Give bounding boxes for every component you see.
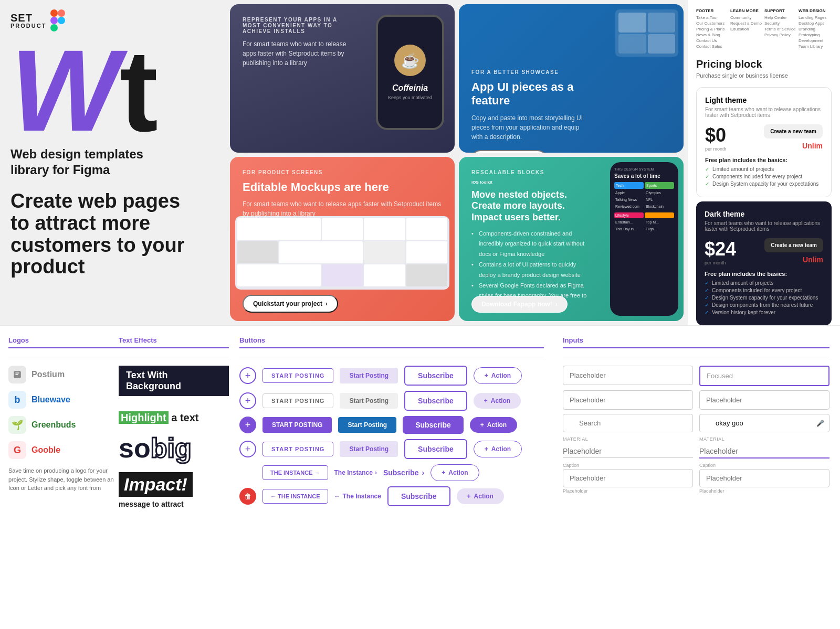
btn-instance-outline-1[interactable]: THE INSTANCE → [262, 465, 328, 480]
input-focused-1[interactable] [699, 366, 830, 386]
btn-start-posting-light-2[interactable]: Start Posting [340, 441, 398, 457]
logos-column: Logos Postium b Bluewave 🌱 Greenbuds G G… [8, 336, 119, 619]
text-effect-highlight: Highlight a text [119, 412, 229, 424]
card2-btn[interactable]: Use this method › [471, 150, 547, 153]
btn-action-outline-1[interactable]: + Action [474, 367, 522, 384]
input-search-1[interactable] [563, 414, 693, 432]
nav-col-support: SUPPORT [764, 8, 797, 13]
caption-hint-1: Placeholder [563, 488, 693, 494]
plus-circle-filled-1[interactable]: + [239, 417, 256, 433]
input-caption-1[interactable] [563, 469, 693, 487]
nav-col-learn: LEARN MORE [730, 8, 763, 13]
btn-subscribe-outline-1[interactable]: Subscribe [404, 366, 467, 386]
nav-col-webdesign: WEB DESIGN [799, 8, 832, 13]
nav-link-help[interactable]: Help Center [764, 15, 797, 20]
btn-start-posting-light-1[interactable]: Start Posting [340, 368, 398, 383]
nav-link-community[interactable]: Community [730, 15, 763, 20]
input-material-2[interactable] [699, 443, 830, 459]
input-search-2[interactable] [699, 414, 830, 432]
buttons-title: Buttons [239, 336, 544, 348]
btn-subscribe-outline-2[interactable]: Subscribe [404, 391, 467, 411]
input-wrapper-placeholder1 [563, 366, 693, 386]
btn-action-outline-2[interactable]: + Action [474, 441, 522, 457]
nav-link-education[interactable]: Education [730, 27, 763, 31]
trash-circle-1[interactable]: 🗑 [239, 488, 256, 505]
btn-action-filled-1[interactable]: + Action [470, 417, 517, 433]
unlimited-label: Unlim [802, 142, 823, 150]
bluewave-name: Bluewave [32, 395, 70, 404]
btn-instance-text-1[interactable]: The Instance › [334, 469, 377, 476]
create-team-btn-dark[interactable]: Create a new team [764, 238, 823, 252]
nav-link-landing[interactable]: Landing Pages [799, 15, 832, 20]
pricing-feature-2: ✓ Components included for every project [705, 174, 823, 179]
nav-link-demo[interactable]: Request a Demo [730, 21, 763, 26]
input-placeholder-3[interactable] [699, 390, 830, 410]
input-wrapper-search1: 🔍 [563, 414, 693, 432]
pricing-dark-desc: For smart teams who want to release appl… [705, 220, 823, 232]
create-team-btn-light[interactable]: Create a new team [764, 124, 823, 138]
nav-link-dev[interactable]: Development [799, 38, 832, 43]
btn-action-outline-3[interactable]: + Action [430, 464, 479, 481]
nav-link-sales[interactable]: Contact Sales [696, 44, 729, 49]
nav-link-pricing[interactable]: Pricing & Plans [696, 27, 729, 31]
plus-circle-1[interactable]: + [239, 367, 256, 384]
pricing-includes-label-light: Free plan includes the basics: [705, 157, 823, 163]
btn-subscribe-outline-4[interactable]: Subscribe [387, 486, 450, 506]
nav-link-news[interactable]: News & Blog [696, 33, 729, 37]
nav-link-team[interactable]: Team Library [799, 44, 832, 49]
svg-rect-0 [50, 9, 58, 17]
nav-link-tour[interactable]: Take a Tour [696, 15, 729, 20]
btn-start-posting-filled[interactable]: START POSTING [262, 417, 332, 433]
logo-item-bluewave: b Bluewave [8, 391, 119, 409]
btn-subscribe-text-1[interactable]: Subscribe › [383, 468, 424, 477]
btn-instance-outline-left[interactable]: ← THE INSTANCE [262, 489, 328, 504]
pricing-per-month-light: per month [705, 146, 727, 152]
input-wrapper-search2: 🔍 🎤 [699, 414, 830, 432]
pricing-panel: Footer Take a Tour Our Customers Pricing… [688, 0, 840, 325]
input-placeholder-1[interactable] [563, 366, 693, 385]
plus-circle-2[interactable]: + [239, 392, 256, 409]
card4-btn[interactable]: Download Fapapp now! › [471, 296, 568, 313]
gooble-name: Gooble [32, 445, 60, 455]
text-effect-bg: Text With Background [119, 366, 229, 396]
input-wrapper-placeholder2 [563, 390, 693, 410]
nav-link-privacy[interactable]: Privacy Policy [764, 33, 797, 37]
pricing-dark-label: Dark theme [705, 210, 823, 218]
nav-link-contact[interactable]: Contact Us [696, 38, 729, 43]
btn-action-light-1[interactable]: + Action [474, 393, 521, 409]
btn-subscribe-filled-1[interactable]: Subscribe [403, 416, 464, 434]
btn-row-4: + START POSTING Start Posting Subscribe … [239, 439, 544, 459]
btn-action-light-2[interactable]: + Action [457, 488, 504, 504]
nav-link-terms[interactable]: Terms of Service [764, 27, 797, 31]
unlimited-label-dark: Unlim [803, 255, 823, 264]
nav-link-customers[interactable]: Our Customers [696, 21, 729, 26]
svg-point-4 [58, 17, 65, 24]
btn-start-posting-outline-2[interactable]: START POSTING [262, 442, 333, 456]
btn-start-posting-blue[interactable]: Start Posting [338, 417, 396, 433]
plus-circle-3[interactable]: + [239, 441, 256, 457]
nav-link-security[interactable]: Security [764, 21, 797, 26]
card1-tag: REPRESENT YOUR APPS IN A MOST CONVENIENT… [243, 17, 352, 34]
caption-label-2: Caption [699, 463, 830, 468]
nav-link-proto[interactable]: Prototyping [799, 33, 832, 37]
btn-start-posting-outline-1[interactable]: START POSTING [262, 368, 333, 383]
inputs-grid: 🔍 🔍 🎤 MATERIAL MATERIAL Caption [563, 366, 830, 494]
nav-link-desktop[interactable]: Desktop Apps [799, 21, 832, 26]
btn-row-3: + START POSTING Start Posting Subscribe … [239, 416, 544, 434]
input-placeholder-2[interactable] [563, 390, 693, 410]
btn-start-posting-outline-gray[interactable]: START POSTING [262, 393, 333, 408]
greenbuds-icon: 🌱 [8, 416, 26, 434]
hero-letters: Wt [0, 37, 226, 140]
footer-nav-preview: Footer Take a Tour Our Customers Pricing… [696, 8, 832, 50]
input-wrapper-material1: MATERIAL [563, 436, 693, 459]
nav-link-branding[interactable]: Branding [799, 27, 832, 31]
btn-subscribe-outline-3[interactable]: Subscribe [404, 439, 467, 459]
input-caption-2[interactable] [699, 469, 830, 487]
input-material-1[interactable] [563, 443, 693, 458]
card3-desc: For smart teams who want to release apps… [243, 199, 442, 218]
btn-instance-text-left[interactable]: ← The Instance [334, 493, 381, 500]
pricing-dark-feat-5: ✓ Version history kept forever [705, 310, 823, 315]
card3-title: Editable Mockups are here [243, 180, 442, 194]
btn-start-posting-gray[interactable]: Start Posting [340, 393, 398, 409]
card3-btn[interactable]: Quickstart your project › [243, 295, 338, 313]
